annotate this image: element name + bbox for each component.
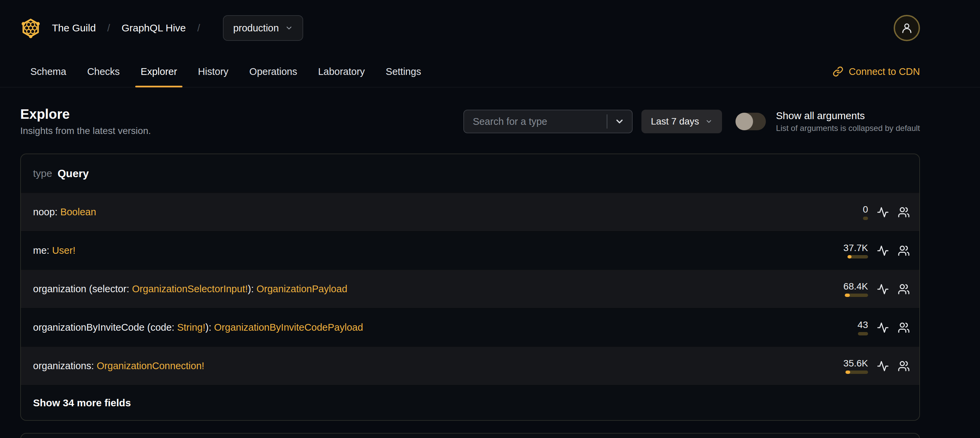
field-signature: organizationByInviteCode (code: <box>33 322 177 333</box>
field-row: organization (selector: OrganizationSele… <box>21 270 919 308</box>
tab-laboratory[interactable]: Laboratory <box>318 56 365 87</box>
field-type-link[interactable]: OrganizationByInviteCodePayload <box>214 322 363 333</box>
toggle-label: Show all arguments <box>776 110 920 121</box>
breadcrumb-separator: / <box>107 22 110 34</box>
field-count: 68.4K <box>843 281 868 292</box>
user-menu-button[interactable] <box>894 15 920 41</box>
tab-operations[interactable]: Operations <box>249 56 297 87</box>
chevron-down-icon <box>705 118 713 125</box>
field-signature: ): <box>248 284 257 294</box>
tab-checks[interactable]: Checks <box>87 56 120 87</box>
tab-history[interactable]: History <box>198 56 228 87</box>
field-signature: organization (selector: <box>33 284 132 294</box>
field-type-link[interactable]: OrganizationSelectorInput! <box>132 284 248 294</box>
next-type-card <box>20 433 920 438</box>
field-type-link[interactable]: Boolean <box>60 207 96 217</box>
period-selector[interactable]: Last 7 days <box>641 110 722 133</box>
period-selector-label: Last 7 days <box>651 116 699 127</box>
usage-bar <box>858 332 868 335</box>
users-icon[interactable] <box>898 206 910 218</box>
field-signature: ): <box>205 322 214 333</box>
show-more-fields-button[interactable]: Show 34 more fields <box>33 397 131 409</box>
target-selector[interactable]: production <box>223 15 303 41</box>
page-subtitle: Insights from the latest version. <box>20 125 151 137</box>
usage-bar <box>845 371 868 374</box>
chevron-down-icon <box>614 116 625 127</box>
tab-schema[interactable]: Schema <box>30 56 66 87</box>
field-count: 43 <box>858 320 868 330</box>
connect-cdn-link[interactable]: Connect to CDN <box>833 66 920 77</box>
activity-icon[interactable] <box>877 245 889 257</box>
users-icon[interactable] <box>898 283 910 295</box>
type-search-input[interactable] <box>464 110 607 132</box>
hive-logo-icon[interactable] <box>20 18 41 38</box>
chevron-down-icon <box>285 24 293 32</box>
type-search-combobox <box>463 110 633 133</box>
users-icon[interactable] <box>898 360 910 372</box>
field-signature: noop: <box>33 207 60 217</box>
breadcrumb-separator: / <box>197 22 200 34</box>
field-signature: organizations: <box>33 360 97 371</box>
usage-bar <box>863 217 868 220</box>
usage-bar-fill <box>848 255 851 258</box>
users-icon[interactable] <box>898 245 910 257</box>
field-row: me: User! 37.7K <box>21 231 919 270</box>
field-type-link[interactable]: OrganizationConnection! <box>97 360 204 371</box>
link-icon <box>833 66 843 77</box>
page-title: Explore <box>20 106 151 122</box>
usage-bar <box>845 293 868 297</box>
field-type-link[interactable]: String! <box>177 322 205 333</box>
activity-icon[interactable] <box>877 360 889 372</box>
type-kind-label: type <box>33 168 52 179</box>
target-selector-label: production <box>233 22 278 34</box>
users-icon[interactable] <box>898 322 910 334</box>
user-icon <box>901 22 913 34</box>
field-type-link[interactable]: OrganizationPayload <box>257 284 347 294</box>
tab-settings[interactable]: Settings <box>386 56 421 87</box>
type-card: type Query noop: Boolean 0 me: User! 37.… <box>20 153 920 421</box>
usage-bar-fill <box>845 371 850 374</box>
activity-icon[interactable] <box>877 283 889 295</box>
field-row: noop: Boolean 0 <box>21 193 919 231</box>
connect-cdn-label: Connect to CDN <box>849 66 920 77</box>
type-name: Query <box>58 167 89 180</box>
breadcrumb-project[interactable]: GraphQL Hive <box>121 22 186 34</box>
type-card-header: type Query <box>21 154 919 193</box>
field-type-link[interactable]: User! <box>52 245 75 256</box>
toggle-knob <box>735 113 753 130</box>
show-all-arguments-toggle[interactable] <box>735 113 766 130</box>
field-row: organizationByInviteCode (code: String!)… <box>21 308 919 347</box>
activity-icon[interactable] <box>877 206 889 218</box>
usage-bar <box>848 255 868 258</box>
field-count: 37.7K <box>843 243 868 253</box>
tab-bar: Schema Checks Explorer History Operation… <box>0 56 980 88</box>
page-head: Explore Insights from the latest version… <box>20 106 920 137</box>
toggle-hint: List of arguments is collapsed by defaul… <box>776 124 920 133</box>
tab-explorer[interactable]: Explorer <box>141 56 177 87</box>
usage-bar-fill <box>845 293 850 297</box>
field-count: 35.6K <box>843 358 868 369</box>
type-card-footer: Show 34 more fields <box>21 385 919 420</box>
type-search-dropdown-button[interactable] <box>607 110 632 132</box>
top-bar: The Guild / GraphQL Hive / production <box>20 0 920 56</box>
field-row: organizations: OrganizationConnection! 3… <box>21 347 919 385</box>
field-count: 0 <box>863 204 868 215</box>
field-signature: me: <box>33 245 52 256</box>
activity-icon[interactable] <box>877 322 889 334</box>
breadcrumb-org[interactable]: The Guild <box>52 22 96 34</box>
